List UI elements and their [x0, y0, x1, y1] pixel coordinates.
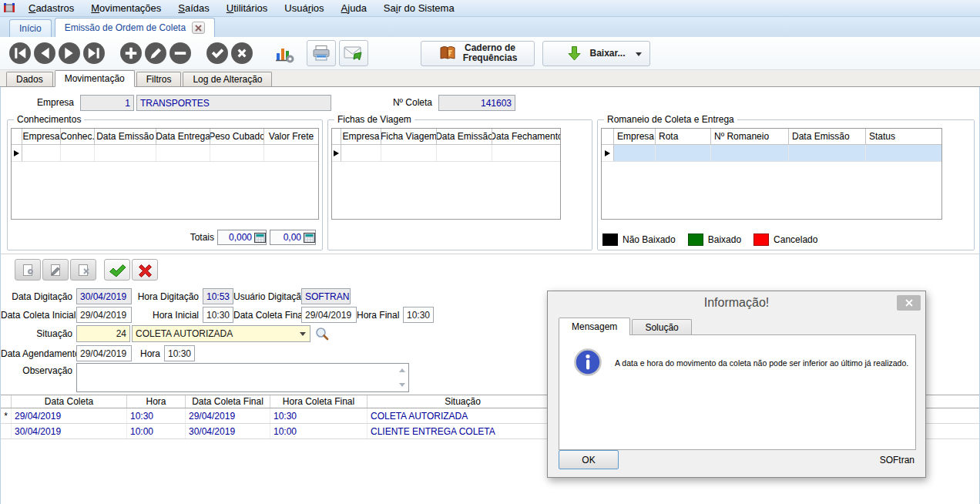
edit-movement-button[interactable]: [42, 259, 69, 281]
column-header[interactable]: Status: [866, 129, 941, 144]
observacao-textarea[interactable]: [76, 363, 409, 392]
column-header[interactable]: Data Emissão: [789, 129, 866, 144]
ncoleta-field[interactable]: 141603: [438, 95, 515, 111]
table-row[interactable]: [12, 145, 318, 162]
usuario-digitacao-field[interactable]: SOFTRAN: [301, 288, 351, 304]
search-icon[interactable]: [315, 327, 329, 341]
chart-button[interactable]: [271, 40, 297, 66]
printer-icon: [312, 45, 331, 62]
situacao-combo[interactable]: COLETA AUTORIZADA: [132, 325, 310, 342]
column-header[interactable]: Data Fechamento: [492, 129, 560, 144]
usuario-digitacao-label: Usuário Digitação: [233, 291, 301, 302]
subtab-log-alteracao[interactable]: Log de Alteração: [183, 72, 272, 86]
hora-final-label: Hora Final: [357, 310, 403, 321]
data-agendamento-field[interactable]: 29/04/2019: [76, 345, 132, 361]
nao-baixado-swatch: [602, 234, 618, 246]
cancel-movement-button[interactable]: [132, 259, 158, 281]
subtab-dados[interactable]: Dados: [6, 72, 53, 86]
hora-final-field[interactable]: 10:30: [403, 307, 434, 323]
menu-item-movimentacoes[interactable]: Movimentações: [82, 0, 169, 17]
dialog-tab-mensagem[interactable]: Mensagem: [559, 318, 630, 335]
column-header[interactable]: Valor Frete: [264, 129, 318, 144]
scroll-up-icon[interactable]: [399, 368, 405, 372]
column-header[interactable]: Data Coleta: [12, 395, 127, 408]
column-header[interactable]: Nº Romaneio: [711, 129, 789, 144]
dialog-tab-solucao[interactable]: Solução: [632, 319, 691, 334]
confirm-button[interactable]: [206, 42, 229, 65]
column-header[interactable]: Hora Coleta Final: [270, 395, 368, 408]
row-marker: *: [1, 408, 12, 423]
menu-item-utilitarios[interactable]: Utilitários: [218, 0, 276, 17]
subtab-movimentacao[interactable]: Movimentação: [55, 70, 135, 87]
menu-item-ajuda[interactable]: Ajuda: [333, 0, 375, 17]
menu-item-saidas[interactable]: Saídas: [169, 0, 217, 17]
nav-last-button[interactable]: [82, 42, 106, 65]
edit-button[interactable]: [144, 42, 167, 65]
info-icon: [573, 348, 602, 379]
tab-emissao-ordem-coleta[interactable]: Emissão de Ordem de Coleta: [55, 18, 215, 37]
fichas-viagem-title: Fichas de Viagem: [334, 114, 414, 125]
subtab-filtros[interactable]: Filtros: [136, 72, 182, 86]
empresa-label: Empresa: [1, 97, 78, 108]
nav-prev-button[interactable]: [33, 42, 56, 65]
data-coleta-inicial-field[interactable]: 29/04/2019: [76, 307, 132, 323]
total-frete-field[interactable]: 0,00: [270, 230, 316, 245]
empresa-code-field[interactable]: 1: [80, 95, 134, 111]
hora-agendamento-field[interactable]: 10:30: [164, 345, 195, 361]
column-header[interactable]: Empresa: [22, 129, 61, 144]
new-movement-button[interactable]: [15, 259, 41, 281]
column-header[interactable]: Empresa: [341, 129, 381, 144]
baixar-button[interactable]: Baixar...: [542, 41, 650, 66]
total-peso-field[interactable]: 0,000: [217, 230, 267, 245]
add-button[interactable]: [119, 42, 143, 65]
menu-item-usuarios[interactable]: Usuários: [276, 0, 332, 17]
table-row[interactable]: [332, 145, 560, 162]
column-header[interactable]: Empresa: [614, 129, 656, 144]
nav-next-button[interactable]: [58, 42, 81, 65]
chevron-down-icon[interactable]: [636, 52, 642, 56]
caderno-frequencias-button[interactable]: Caderno deFrequências: [421, 41, 535, 66]
column-header[interactable]: Rota: [656, 129, 711, 144]
observacao-label: Observação: [1, 363, 76, 376]
status-legend: Não Baixado Baixado Cancelado: [602, 234, 830, 246]
tab-inicio[interactable]: Início: [9, 19, 52, 37]
menu-item-cadastros[interactable]: Cadastros: [20, 0, 82, 17]
hora-inicial-field[interactable]: 10:30: [203, 307, 233, 323]
empresa-name-field[interactable]: TRANSPORTES: [136, 95, 331, 111]
column-header[interactable]: Data Entrega: [156, 129, 210, 144]
data-coleta-final-field[interactable]: 29/04/2019: [301, 307, 357, 323]
data-coleta-final-label: Data Coleta Final: [233, 310, 301, 321]
situacao-code-field[interactable]: 24: [76, 325, 130, 342]
nav-first-button[interactable]: [8, 42, 32, 65]
column-header[interactable]: Data Coleta Final: [186, 395, 270, 408]
print-button[interactable]: [307, 40, 336, 66]
column-header[interactable]: Ficha Viagem: [381, 129, 437, 144]
scroll-down-icon[interactable]: [399, 383, 405, 387]
data-digitacao-field[interactable]: 30/04/2019: [76, 288, 132, 304]
data-agendamento-label: Data Agendamento: [1, 348, 76, 359]
calculator-icon: [254, 233, 266, 243]
hora-digitacao-field[interactable]: 10:53: [203, 288, 233, 304]
column-header[interactable]: Conhec.: [61, 129, 95, 144]
column-header[interactable]: Hora: [127, 395, 186, 408]
ncoleta-label: Nº Coleta: [359, 97, 436, 108]
ok-button[interactable]: OK: [559, 450, 619, 469]
confirm-movement-button[interactable]: [104, 259, 130, 281]
column-header[interactable]: Situação: [368, 395, 559, 408]
dialog-close-button[interactable]: [897, 295, 921, 311]
cancel-button[interactable]: [230, 42, 253, 65]
column-header[interactable]: Peso Cubado: [210, 129, 264, 144]
delete-movement-button[interactable]: [70, 259, 96, 281]
column-header[interactable]: Data Emissão: [95, 129, 156, 144]
romaneio-groupbox: Romaneio de Coleta e Entrega Empresa Rot…: [597, 119, 975, 250]
app-icon: [3, 2, 15, 14]
menu-item-sair[interactable]: Sair do Sistema: [375, 0, 463, 17]
fichas-viagem-grid: Empresa Ficha Viagem Data Emissão Data F…: [331, 128, 561, 220]
table-row[interactable]: [602, 145, 941, 162]
situacao-label: Situação: [1, 328, 76, 339]
close-icon[interactable]: [192, 22, 205, 34]
send-button[interactable]: [339, 40, 368, 66]
column-header[interactable]: Data Emissão: [437, 129, 492, 144]
dialog-message-panel: A data e hora do movimento da coleta não…: [559, 334, 916, 450]
remove-button[interactable]: [169, 42, 192, 65]
